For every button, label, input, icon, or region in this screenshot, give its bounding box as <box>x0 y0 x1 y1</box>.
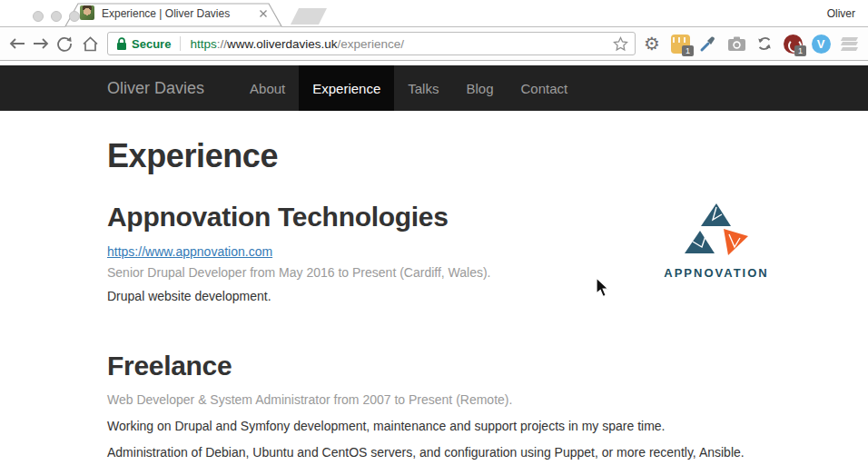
nav-item-experience[interactable]: Experience <box>299 65 394 111</box>
extension-badge: 1 <box>682 45 694 56</box>
mouse-cursor <box>596 277 611 299</box>
url-text[interactable]: https://www.oliverdavies.uk/experience/ <box>190 37 404 51</box>
sync-arrows-extension-icon[interactable] <box>754 33 775 54</box>
tab-strip: Experience | Oliver Davies Oliver <box>0 0 868 27</box>
padlock-icon <box>116 37 127 51</box>
home-icon[interactable] <box>80 34 100 54</box>
security-label: Secure <box>132 37 171 51</box>
url-path: /experience/ <box>337 37 404 51</box>
new-tab-button[interactable] <box>291 8 327 25</box>
extension-badge: 1 <box>794 45 806 56</box>
nav-item-blog[interactable]: Blog <box>452 65 507 111</box>
nav-item-talks[interactable]: Talks <box>394 65 452 111</box>
company-link[interactable]: https://www.appnovation.com <box>107 244 272 259</box>
blocker-extension-icon[interactable]: 1 <box>782 33 804 54</box>
tab-title[interactable]: Experience | Oliver Davies <box>102 7 247 20</box>
tab-favicon <box>80 5 94 20</box>
eyedropper-extension-icon[interactable] <box>697 33 719 54</box>
url-host: www.oliverdavies.uk <box>227 37 338 51</box>
site-navbar: Oliver Davies About Experience Talks Blo… <box>0 65 868 111</box>
ruler-extension-icon[interactable]: 1 <box>669 33 691 54</box>
window-close-button[interactable] <box>33 11 44 22</box>
camera-extension-icon[interactable] <box>725 33 747 54</box>
browser-toolbar: Secure https://www.oliverdavies.uk/exper… <box>0 27 868 61</box>
page-title: Experience <box>107 138 761 174</box>
forward-icon[interactable] <box>31 34 51 54</box>
role-meta: Web Developer & System Administrator fro… <box>107 392 761 407</box>
video-extension-icon[interactable]: V <box>810 33 832 54</box>
tab-close-icon[interactable] <box>258 8 269 19</box>
bookmark-star-icon[interactable] <box>613 36 628 52</box>
nav-item-about[interactable]: About <box>236 65 299 111</box>
appnovation-wordmark: APPNOVATION <box>660 266 773 280</box>
settings-extension-icon[interactable]: ⚙ <box>641 33 663 54</box>
layers-extension-icon[interactable] <box>838 33 860 54</box>
nav-item-contact[interactable]: Contact <box>508 65 582 111</box>
omnibox-divider <box>180 36 181 51</box>
appnovation-logo: APPNOVATION <box>660 202 773 280</box>
page-viewport: Oliver Davies About Experience Talks Blo… <box>0 61 868 475</box>
section-paragraph: Drupal website development. <box>107 289 761 303</box>
section-paragraph: Working on Drupal and Symfony developmen… <box>107 419 761 433</box>
address-bar[interactable]: Secure https://www.oliverdavies.uk/exper… <box>107 32 636 55</box>
profile-name[interactable]: Oliver <box>827 7 855 20</box>
section-paragraph: Administration of Debian, Ubuntu and Cen… <box>107 445 761 460</box>
appnovation-logo-icon <box>675 202 758 260</box>
back-icon[interactable] <box>7 34 27 54</box>
url-scheme: https <box>190 37 216 51</box>
section-appnovation: Appnovation Technologies https://www.app… <box>107 202 761 303</box>
reload-icon[interactable] <box>54 34 74 54</box>
window-minimize-button[interactable] <box>51 11 62 22</box>
section-freelance: Freelance Web Developer & System Adminis… <box>107 351 761 460</box>
url-separator: :// <box>217 37 227 51</box>
browser-window: Experience | Oliver Davies Oliver <box>0 0 868 475</box>
navbar-brand[interactable]: Oliver Davies <box>107 65 218 111</box>
window-zoom-button[interactable] <box>69 11 80 22</box>
section-heading: Freelance <box>107 351 761 381</box>
